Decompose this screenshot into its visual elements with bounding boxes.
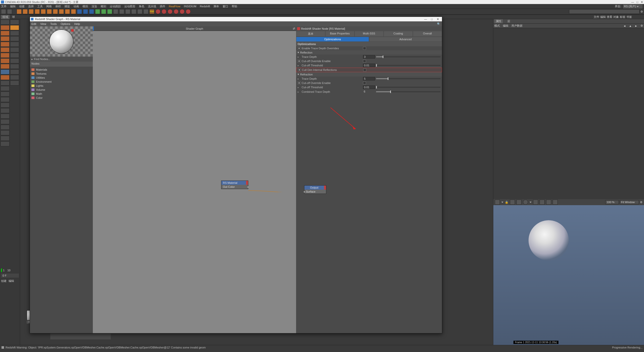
obj-menu-edit[interactable]: 编辑 (600, 15, 606, 19)
tool-psr[interactable]: PSR (149, 9, 154, 14)
render-canvas[interactable]: Frame 1 2021-12-11 13:30:56 (1.20s) (493, 205, 644, 345)
refr-cutoff-thresh-slider[interactable] (376, 87, 440, 88)
dialog-titlebar[interactable]: Redshift Shader Graph - RS Material — □ … (30, 17, 442, 21)
obj-menu-bookmarks[interactable]: 书签 (626, 15, 632, 19)
rv-dropdown-icon[interactable] (501, 202, 503, 203)
nav-up-icon[interactable]: ▲ (629, 24, 632, 27)
menu-volume[interactable]: 体积 (55, 5, 61, 8)
dlg-menu-view[interactable]: View (40, 22, 46, 25)
cull-dim-link[interactable] (363, 68, 366, 71)
find-nodes-input[interactable]: ▸ Find Nodes... (30, 57, 93, 62)
cull-dim-checkbox[interactable] (298, 68, 301, 71)
zoom-dropdown[interactable]: 100 % (605, 200, 619, 204)
tool-16[interactable] (107, 9, 112, 14)
mode-icon-21[interactable] (1, 75, 10, 80)
tab-attributes[interactable]: 属性 (494, 19, 503, 23)
tool-1[interactable] (17, 9, 22, 14)
tool-8[interactable] (59, 9, 64, 14)
menu-file[interactable]: 文件 (1, 5, 7, 8)
mat-menu-edit[interactable]: 编辑 (9, 279, 14, 283)
mode-icon-12[interactable] (10, 47, 19, 52)
minimize-button[interactable]: — (631, 1, 634, 4)
tool-r2[interactable] (162, 9, 167, 14)
combined-depth-slider[interactable] (376, 91, 440, 92)
nav-fwd-icon[interactable]: ► (635, 24, 637, 27)
mode-icon-5[interactable] (1, 31, 10, 36)
tab-overall[interactable]: Overall (413, 31, 442, 36)
close-button[interactable]: ✕ (641, 1, 643, 4)
tool-r6[interactable] (186, 9, 191, 14)
mode-icon-1[interactable] (1, 20, 10, 25)
menu-pipeline[interactable]: 流水线 (148, 5, 156, 8)
mode-icon-20[interactable] (10, 69, 19, 74)
nav-back-icon[interactable]: ◄ (623, 24, 626, 27)
menu-window[interactable]: 窗口 (223, 5, 228, 8)
undo-button[interactable] (1, 9, 6, 14)
refr-trace-depth-input[interactable]: 5 (363, 77, 375, 80)
node-cat-volume[interactable]: Volume (31, 88, 91, 92)
refr-cutoff-enable-checkbox[interactable] (298, 81, 301, 84)
refl-trace-depth-slider[interactable] (376, 56, 440, 57)
tool-r3[interactable] (168, 9, 173, 14)
tool-r1[interactable] (155, 9, 160, 14)
redo-button[interactable] (7, 9, 12, 14)
node-cat-lights[interactable]: Lights (31, 84, 91, 88)
refl-cutoff-thresh-slider[interactable] (376, 65, 440, 66)
mode-icon-29[interactable] (1, 108, 10, 113)
rv-btn-copy[interactable] (553, 200, 558, 205)
subtab-mode[interactable]: 模式 (494, 24, 500, 28)
menu-plugins[interactable]: 插件 (160, 5, 165, 8)
current-frame[interactable]: 0 F (1, 274, 19, 278)
gear-icon[interactable]: ⚙ (640, 10, 643, 13)
tab-base-properties[interactable]: Base Properties (326, 31, 354, 36)
menu-script[interactable]: 脚本 (214, 5, 219, 8)
tab-optimizations[interactable]: Optimizations (296, 37, 369, 41)
refr-trace-depth-slider[interactable] (376, 78, 440, 79)
lock-icon[interactable]: 🔒 (505, 201, 508, 204)
mode-icon-31[interactable] (1, 119, 10, 124)
tool-21[interactable] (137, 9, 142, 14)
tool-2[interactable] (23, 9, 28, 14)
refr-cutoff-enable-link[interactable] (363, 81, 366, 84)
dialog-close[interactable]: ✕ (437, 18, 439, 21)
mode-icon-23[interactable] (1, 80, 10, 85)
tool-5[interactable] (41, 9, 46, 14)
reflection-header[interactable]: ▾Reflection (296, 50, 442, 55)
mode-icon-27[interactable] (1, 97, 10, 102)
menu-redshift[interactable]: Redshift (200, 5, 210, 8)
mode-icon-14[interactable] (10, 53, 19, 58)
mode-icon-19[interactable] (1, 69, 10, 74)
rv-btn-img2[interactable] (540, 200, 545, 205)
menu-sculpt[interactable]: 雕刻 (101, 5, 106, 8)
mode-icon-24[interactable] (10, 80, 19, 85)
tool-3[interactable] (29, 9, 34, 14)
mode-icon-10[interactable] (10, 42, 19, 47)
mode-icon-7[interactable] (1, 36, 10, 41)
subtab-edit[interactable]: 编辑 (503, 24, 508, 28)
menu-tools[interactable]: 工具 (37, 5, 43, 8)
mode-icon-25[interactable] (1, 86, 10, 91)
refl-trace-depth-input[interactable]: 3 (363, 55, 375, 59)
tool-12[interactable] (83, 9, 88, 14)
menu-insydium[interactable]: INSIDIUM (184, 5, 196, 8)
tab-multi-sss[interactable]: Multi-SSS (355, 31, 383, 36)
tool-15[interactable] (101, 9, 106, 14)
graph-link-icon[interactable]: ⇄ (293, 27, 295, 30)
refl-cutoff-thresh-input[interactable]: 0.01 (363, 64, 375, 67)
mode-icon-8[interactable] (10, 36, 19, 41)
dlg-menu-help[interactable]: Help (74, 22, 80, 25)
enable-trace-depth-link[interactable] (363, 47, 366, 50)
tool-r5[interactable] (180, 9, 185, 14)
obj-menu-view[interactable]: 查看 (607, 15, 612, 19)
mode-icon-17[interactable] (1, 64, 10, 69)
node-cat-materials[interactable]: Materials (31, 68, 91, 72)
mode-icon-22[interactable] (10, 75, 19, 80)
rv-btn-circle[interactable] (523, 200, 528, 205)
mode-icon-3[interactable] (1, 25, 10, 30)
rv-btn-grid[interactable] (510, 200, 515, 205)
node-cat-textures[interactable]: Textures (31, 72, 91, 76)
node-cat-environment[interactable]: Environment (31, 80, 91, 84)
menu-snap[interactable]: 捕捉 (64, 5, 70, 8)
rv-btn-snow[interactable] (516, 200, 521, 205)
tool-18[interactable] (119, 9, 124, 14)
